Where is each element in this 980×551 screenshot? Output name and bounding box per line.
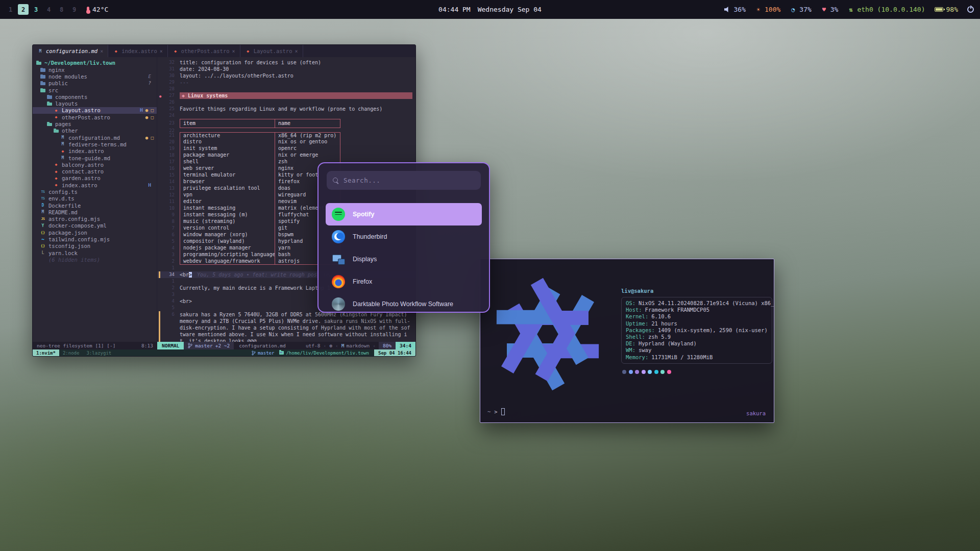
tree-item[interactable]: yarn.lock xyxy=(33,249,157,256)
buffer-text: Linux systems xyxy=(180,92,412,99)
tree-item[interactable]: tone-guide.md xyxy=(33,155,157,161)
launcher-item[interactable]: Thunderbird xyxy=(326,226,482,248)
workspace-button[interactable]: 2 xyxy=(18,4,29,15)
launcher-item[interactable]: Firefox xyxy=(326,270,482,293)
tree-item[interactable]: Layout.astro H ● □ xyxy=(33,107,157,114)
tab-close-icon[interactable]: × xyxy=(232,48,235,54)
tree-item-label: docker-compose.yml xyxy=(48,222,107,229)
tmux-window[interactable]: 3:lazygit xyxy=(83,349,115,356)
tab-label: otherPost.astro xyxy=(181,48,230,54)
power-button[interactable] xyxy=(967,6,974,13)
tree-item[interactable]: tailwind.config.mjs xyxy=(33,236,157,242)
tree-item-label: (6 hidden items) xyxy=(48,257,100,263)
tab-close-icon[interactable]: × xyxy=(100,48,103,54)
table-row: 20 distro nix os or gentoo xyxy=(157,139,415,145)
tree-item[interactable]: package.json xyxy=(33,229,157,236)
tree-item[interactable]: components xyxy=(33,93,157,100)
tree-root[interactable]: ~/Development/liv.town xyxy=(33,59,157,66)
module-value: 98% xyxy=(946,6,958,13)
fastfetch-line: DE: Hyprland (Wayland) xyxy=(626,340,768,347)
markdown-icon xyxy=(40,210,46,214)
tree-item[interactable]: README.md xyxy=(33,209,157,215)
tree-item-label: tailwind.config.mjs xyxy=(48,236,110,242)
tree-item-mark: H xyxy=(140,108,142,113)
tree-item[interactable]: public ? xyxy=(33,80,157,87)
folder-icon xyxy=(40,73,46,79)
tree-item[interactable]: index.astro H xyxy=(33,182,157,188)
folder-icon xyxy=(40,67,46,72)
editor-tab[interactable]: index.astro × xyxy=(108,45,168,57)
terminal-color-palette xyxy=(622,370,772,374)
fastfetch-label: Kernel: xyxy=(626,313,648,320)
json-icon xyxy=(40,231,46,235)
workspace-button[interactable]: 4 xyxy=(43,4,54,15)
table-row: 19 init system openrc xyxy=(157,145,415,152)
tree-item[interactable]: layouts xyxy=(33,100,157,107)
launcher-results: Spotify Thunderbird Displays Firefox Dar… xyxy=(318,195,489,313)
buffer-text: date: 2024-08-30 xyxy=(180,66,229,72)
file-tree: ~/Development/liv.town nginx node_module… xyxy=(33,57,157,342)
tree-item[interactable]: garden.astro xyxy=(33,175,157,182)
tree-item[interactable]: src xyxy=(33,87,157,93)
fastfetch-label: Uptime: xyxy=(626,320,648,327)
workspace-button[interactable]: 9 xyxy=(69,4,80,15)
shell-prompt[interactable]: ~ > xyxy=(487,408,505,415)
tmux-window[interactable]: 2:node xyxy=(59,349,83,356)
workspace-button[interactable]: 3 xyxy=(31,4,41,15)
ts-icon xyxy=(40,190,46,194)
tree-item[interactable]: tsconfig.json xyxy=(33,243,157,249)
astro-icon xyxy=(53,183,59,187)
folder-icon xyxy=(279,351,284,355)
launcher-item[interactable]: Displays xyxy=(326,248,482,270)
network-icon xyxy=(847,6,854,13)
buffer-line: 24 xyxy=(157,112,415,119)
json-icon xyxy=(40,244,46,248)
launcher-item[interactable]: Darktable Photo Workflow Software xyxy=(326,293,482,313)
darktable-icon xyxy=(332,297,345,311)
tree-item[interactable]: fediverse-terms.md xyxy=(33,141,157,147)
tree-item[interactable]: other xyxy=(33,128,157,134)
search-input[interactable]: Search... xyxy=(327,171,481,190)
table-cell-item: webdev language/framework xyxy=(180,258,275,264)
workspace-button[interactable]: 1 xyxy=(5,4,16,15)
tree-item[interactable]: balcony.astro xyxy=(33,161,157,168)
tree-item-label: components xyxy=(55,94,87,100)
tree-item[interactable]: node_modules E xyxy=(33,73,157,80)
editor-tab[interactable]: otherPost.astro × xyxy=(168,45,240,57)
tree-item[interactable]: configuration.md ● □ xyxy=(33,134,157,141)
tree-item[interactable]: docker-compose.yml xyxy=(33,222,157,229)
editor-tab[interactable]: configuration.md × xyxy=(33,45,108,57)
launcher-item[interactable]: Spotify xyxy=(326,203,482,226)
tab-label: index.astro xyxy=(121,48,157,54)
tree-item[interactable]: pages xyxy=(33,120,157,127)
tree-item-label: other xyxy=(62,128,78,134)
tree-item[interactable]: nginx xyxy=(33,66,157,73)
table-header-name: name xyxy=(275,119,340,128)
tree-item-label: balcony.astro xyxy=(62,162,104,168)
tab-close-icon[interactable]: × xyxy=(295,48,298,54)
clock-time: 04:44 PM xyxy=(438,6,471,13)
tmux-window[interactable]: 1:nvim* xyxy=(33,349,59,356)
tree-item[interactable]: astro.config.mjs xyxy=(33,216,157,222)
tmux-statusbar: 1:nvim*2:node3:lazygit master /home/liv/… xyxy=(33,349,415,356)
tree-item-label: README.md xyxy=(48,209,78,215)
tree-item[interactable]: index.astro xyxy=(33,148,157,155)
tree-item[interactable]: contact.astro xyxy=(33,168,157,174)
firefox-icon xyxy=(332,275,345,288)
tree-item[interactable]: otherPost.astro ● □ xyxy=(33,114,157,120)
buffer-line: 32 title: configuration for devices i us… xyxy=(157,59,415,66)
tree-item-label: otherPost.astro xyxy=(62,114,110,120)
tab-close-icon[interactable]: × xyxy=(160,48,163,54)
palette-dot xyxy=(648,370,652,374)
workspace-button[interactable]: 8 xyxy=(56,4,67,15)
status-module: 37% xyxy=(790,6,811,13)
tree-item[interactable]: env.d.ts xyxy=(33,195,157,202)
tree-item[interactable]: config.ts xyxy=(33,188,157,195)
module-value: 37% xyxy=(799,6,811,13)
table-cell-item: shell xyxy=(180,159,275,165)
table-cell-item: distro xyxy=(180,139,275,145)
tree-item[interactable]: (6 hidden items) xyxy=(33,256,157,263)
tree-item[interactable]: Dockerfile xyxy=(33,202,157,209)
editor-tab[interactable]: Layout.astro × xyxy=(240,45,303,57)
folder-open-icon xyxy=(36,60,42,66)
